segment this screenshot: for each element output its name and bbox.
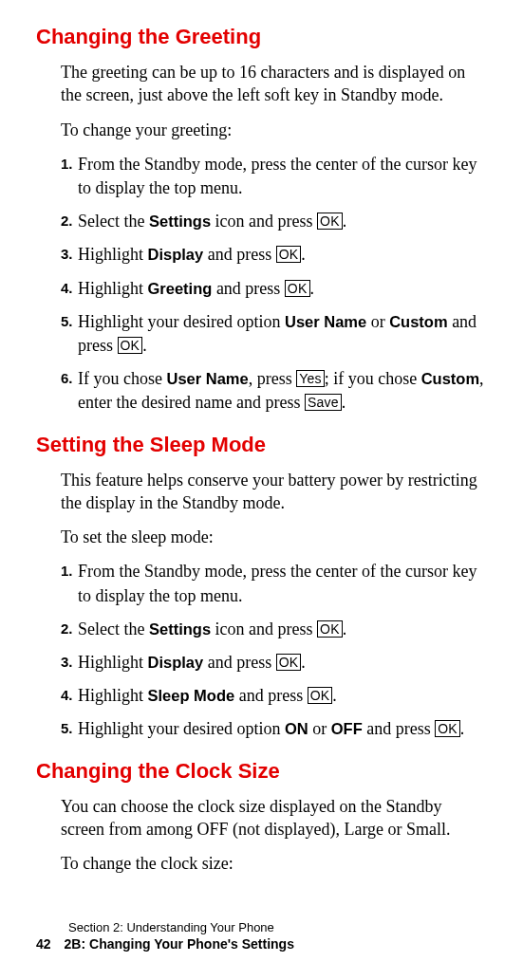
bold-text: OFF (331, 720, 363, 737)
heading-clock-size: Changing the Clock Size (36, 759, 487, 784)
bold-text: Custom (389, 313, 447, 330)
step-item: 2. Select the Settings icon and press OK… (61, 618, 487, 641)
keycap-save: Save (305, 394, 342, 411)
step-number: 2. (61, 211, 73, 231)
step-text: and press (212, 279, 284, 298)
bold-text: Display (148, 246, 204, 263)
step-text: . (301, 245, 306, 264)
steps-sleep: 1. From the Standby mode, press the cent… (61, 560, 487, 741)
bold-text: Sleep Mode (148, 687, 235, 704)
step-text: icon and press (211, 212, 317, 231)
keycap-ok: OK (308, 687, 333, 704)
step-item: 3. Highlight Display and press OK. (61, 243, 487, 267)
step-text: . (343, 212, 347, 231)
page-footer: Section 2: Understanding Your Phone 422B… (36, 920, 294, 952)
heading-sleep-mode: Setting the Sleep Mode (36, 433, 487, 457)
keycap-ok: OK (435, 720, 460, 737)
step-item: 1. From the Standby mode, press the cent… (61, 153, 487, 200)
bold-text: Custom (421, 370, 479, 387)
step-text: and press (363, 719, 435, 738)
step-text: Highlight (78, 653, 148, 672)
step-item: 5. Highlight your desired option User Na… (61, 310, 487, 358)
step-text: If you chose (78, 369, 166, 388)
step-number: 5. (61, 311, 73, 331)
para-sleep-intro: To set the sleep mode: (61, 526, 487, 548)
step-item: 5. Highlight your desired option ON or O… (61, 717, 487, 741)
footer-section-label: Section 2: Understanding Your Phone (68, 920, 294, 934)
step-text: Select the (78, 619, 149, 638)
keycap-yes: Yes (296, 370, 324, 387)
step-item: 4. Highlight Sleep Mode and press OK. (61, 684, 487, 708)
step-number: 2. (61, 619, 73, 638)
step-number: 4. (61, 278, 73, 298)
footer-page-line: 422B: Changing Your Phone's Settings (36, 936, 294, 952)
heading-changing-greeting: Changing the Greeting (36, 25, 487, 49)
step-item: 2. Select the Settings icon and press OK… (61, 210, 487, 233)
steps-greeting: 1. From the Standby mode, press the cent… (61, 153, 487, 416)
step-text: , press (249, 369, 297, 388)
keycap-ok: OK (317, 213, 343, 230)
bold-text: User Name (285, 313, 366, 330)
step-text: or (366, 312, 389, 331)
step-number: 3. (61, 652, 73, 672)
para-clock-desc: You can choose the clock size displayed … (61, 795, 487, 841)
para-greeting-intro: To change your greeting: (61, 119, 487, 141)
para-greeting-desc: The greeting can be up to 16 characters … (61, 61, 487, 107)
step-number: 4. (61, 685, 73, 705)
footer-subsection: 2B: Changing Your Phone's Settings (65, 936, 294, 952)
bold-text: Settings (149, 620, 211, 638)
step-number: 6. (61, 368, 73, 388)
step-text: Highlight (78, 686, 148, 705)
step-text: . (301, 653, 306, 672)
step-text: or (308, 719, 331, 738)
step-number: 5. (61, 718, 73, 738)
step-text: and press (203, 245, 275, 264)
step-item: 6. If you chose User Name, press Yes; if… (61, 367, 487, 415)
step-text: and press (203, 653, 275, 672)
bold-text: ON (285, 720, 308, 737)
step-item: 1. From the Standby mode, press the cent… (61, 560, 487, 607)
step-text: From the Standby mode, press the center … (78, 155, 476, 197)
step-text: . (310, 279, 315, 298)
bold-text: User Name (166, 370, 248, 387)
bold-text: Settings (149, 213, 211, 230)
bold-text: Greeting (148, 280, 213, 297)
step-text: Select the (78, 212, 149, 231)
step-text: . (343, 619, 347, 638)
step-number: 1. (61, 154, 73, 174)
step-item: 3. Highlight Display and press OK. (61, 651, 487, 675)
keycap-ok: OK (276, 246, 302, 263)
para-sleep-desc: This feature helps conserve your battery… (61, 469, 487, 515)
step-number: 3. (61, 244, 73, 264)
step-text: Highlight (78, 279, 148, 298)
step-text: . (460, 719, 465, 738)
step-text: Highlight your desired option (78, 312, 285, 331)
step-text: . (342, 393, 346, 412)
step-text: . (142, 336, 147, 355)
page-number: 42 (36, 936, 51, 952)
bold-text: Display (148, 654, 204, 671)
step-text: . (332, 686, 337, 705)
step-text: icon and press (211, 619, 317, 638)
keycap-ok: OK (317, 620, 343, 638)
keycap-ok: OK (285, 280, 310, 297)
step-number: 1. (61, 561, 73, 581)
step-item: 4. Highlight Greeting and press OK. (61, 277, 487, 301)
step-text: and press (234, 686, 307, 705)
keycap-ok: OK (118, 337, 143, 354)
para-clock-intro: To change the clock size: (61, 852, 487, 875)
step-text: ; if you chose (325, 369, 421, 388)
step-text: From the Standby mode, press the center … (78, 562, 476, 604)
keycap-ok: OK (276, 654, 302, 671)
step-text: Highlight (78, 245, 148, 264)
step-text: Highlight your desired option (78, 719, 285, 738)
